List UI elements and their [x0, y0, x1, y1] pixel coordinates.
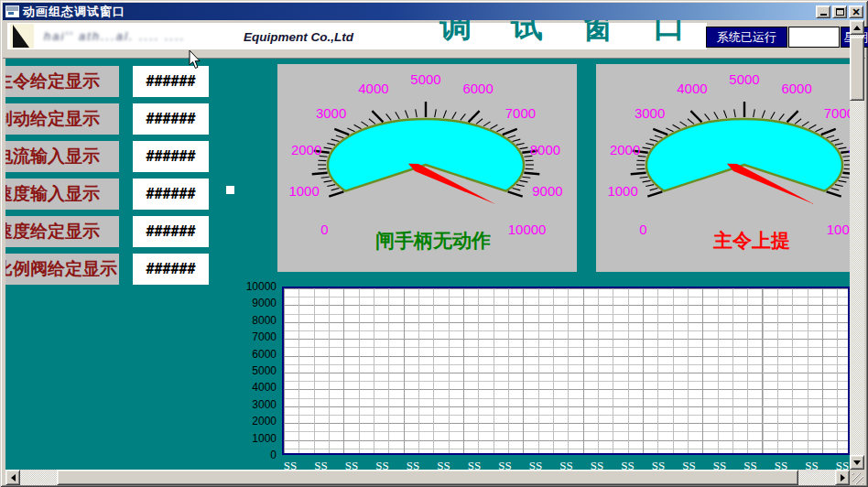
display-value-box[interactable]: ###### — [133, 66, 209, 97]
gauge-scale-label: 8000 — [530, 142, 560, 157]
x-axis-tick-label: SS — [735, 459, 766, 470]
display-label: 比例阀给定显示 — [5, 254, 119, 285]
y-axis-tick-label: 0 — [214, 449, 277, 461]
x-axis-tick-label: SS — [551, 459, 582, 470]
x-axis-tick-label: SS — [613, 459, 644, 470]
x-axis-tick-label: SS — [765, 459, 797, 470]
title-bar[interactable]: 动画组态调试窗口 ✕ — [3, 3, 865, 20]
close-icon: ✕ — [852, 7, 860, 16]
gauge-scale-label: 6000 — [781, 81, 811, 96]
x-axis-tick-label: SS — [306, 459, 337, 470]
client-area: 主令给定显示######制动给定显示######电流输入显示######速度输入… — [5, 59, 850, 470]
minimize-button[interactable] — [816, 5, 830, 18]
display-label: 速度输入显示 — [5, 179, 119, 210]
resize-grip[interactable] — [850, 470, 864, 485]
display-label: 制动给定显示 — [5, 103, 119, 135]
system-running-badge: 系统已运行 — [706, 27, 787, 48]
x-axis-tick-label: SS — [336, 459, 367, 470]
x-axis-tick-label: SS — [581, 459, 613, 470]
gauge-scale-label: 5000 — [410, 71, 440, 87]
display-label: 速度给定显示 — [5, 216, 119, 247]
gauge-scale-label: 10000 — [508, 222, 547, 237]
header-band: 调 试 窗 口 hai'' ath...al. .... .... Equipm… — [3, 20, 865, 59]
gauge-scale-label: 7000 — [824, 105, 850, 121]
close-button[interactable]: ✕ — [849, 5, 863, 18]
gauge-scale-label: 1000 — [607, 183, 637, 199]
x-axis-tick-label: SS — [827, 459, 850, 470]
maximize-button[interactable] — [832, 5, 847, 18]
x-axis-tick-label: SS — [367, 459, 398, 470]
gauge-scale-label: 3000 — [635, 105, 665, 121]
gauge-dial: 0100020003000400050006000700080009000100… — [596, 64, 850, 272]
scroll-left-button[interactable] — [5, 470, 20, 485]
gauge-scale-label: 0 — [639, 222, 646, 237]
vertical-scrollbar-thumb[interactable] — [850, 37, 864, 101]
arrow-down-icon — [853, 460, 861, 465]
arrow-right-icon — [841, 474, 845, 482]
gauge-scale-label: 3000 — [316, 105, 346, 121]
gauge-scale-label: 10000 — [827, 222, 850, 237]
gauge-panel-master-command: 0100020003000400050006000700080009000100… — [596, 64, 850, 272]
y-axis-tick-label: 3000 — [214, 398, 277, 411]
y-axis-tick-label: 4000 — [214, 381, 277, 394]
white-marker-square — [226, 186, 234, 194]
gauge-scale-label: 5000 — [729, 71, 759, 87]
gauge-scale-label: 4000 — [358, 81, 388, 96]
y-axis-tick-label: 6000 — [214, 348, 277, 361]
y-axis-tick-label: 5000 — [214, 364, 277, 377]
horizontal-scrollbar[interactable] — [5, 470, 850, 485]
y-axis-tick-label: 2000 — [214, 415, 277, 427]
y-axis-tick-label: 9000 — [214, 297, 277, 309]
display-value-box[interactable]: ###### — [133, 141, 209, 172]
clock-display-box[interactable] — [788, 27, 840, 48]
gauge-caption: 主令上提 — [712, 230, 790, 252]
scroll-right-button[interactable] — [835, 470, 850, 485]
gauge-panel-brake-handle: 0100020003000400050006000700080009000100… — [277, 64, 577, 272]
x-axis-tick-label: SS — [275, 459, 306, 470]
y-axis-tick-label: 1000 — [214, 432, 277, 445]
gauge-scale-label: 2000 — [291, 142, 321, 157]
minimize-icon — [820, 14, 827, 16]
window-title: 动画组态调试窗口 — [23, 4, 125, 20]
display-value-box[interactable]: ###### — [133, 254, 209, 285]
x-axis-tick-label: SS — [520, 459, 551, 470]
display-value-box[interactable]: ###### — [133, 179, 209, 210]
gauge-scale-label: 9000 — [532, 183, 562, 199]
y-axis-tick-label: 10000 — [214, 280, 277, 293]
gauge-scale-label: 6000 — [462, 81, 493, 96]
app-window: 动画组态调试窗口 ✕ 调 试 窗 口 hai'' ath...al. .... … — [0, 0, 868, 487]
gauge-dial: 0100020003000400050006000700080009000100… — [277, 64, 577, 272]
gauge-scale-label: 1000 — [288, 183, 319, 199]
x-axis-tick-label: SS — [397, 459, 429, 470]
scroll-down-button[interactable] — [850, 455, 864, 470]
company-script-text: hai'' ath...al. .... .... — [44, 29, 186, 43]
x-axis-tick-label: SS — [797, 459, 828, 470]
x-axis-tick-label: SS — [459, 459, 490, 470]
gauge-caption: 闸手柄无动作 — [375, 230, 491, 252]
mouse-cursor — [189, 50, 201, 70]
x-axis-tick-label: SS — [429, 459, 460, 470]
y-axis-tick-label: 8000 — [214, 314, 277, 327]
gauge-scale-label: 4000 — [677, 81, 707, 96]
app-icon — [5, 5, 19, 17]
display-value-box[interactable]: ###### — [133, 103, 209, 135]
display-value-box[interactable]: ###### — [133, 216, 209, 247]
arrow-up-icon — [853, 26, 861, 30]
display-label: 电流输入显示 — [5, 141, 119, 172]
x-axis-tick-label: SS — [490, 459, 521, 470]
maximize-icon — [836, 8, 844, 16]
trend-chart-plot — [282, 287, 850, 455]
company-logo-icon — [10, 24, 34, 49]
arrow-left-icon — [11, 474, 16, 482]
horizontal-scrollbar-thumb[interactable] — [57, 470, 798, 485]
x-axis-tick-label: SS — [643, 459, 674, 470]
vertical-scrollbar[interactable] — [850, 20, 864, 470]
x-axis-tick-label: SS — [704, 459, 735, 470]
company-name: Equipment Co.,Ltd — [244, 30, 353, 44]
gauge-scale-label: 7000 — [505, 105, 536, 121]
x-axis-tick-label: SS — [674, 459, 705, 470]
gauge-scale-label: 2000 — [610, 142, 640, 157]
display-label: 主令给定显示 — [5, 66, 119, 97]
scroll-up-button[interactable] — [850, 20, 864, 35]
y-axis-tick-label: 7000 — [214, 330, 277, 343]
